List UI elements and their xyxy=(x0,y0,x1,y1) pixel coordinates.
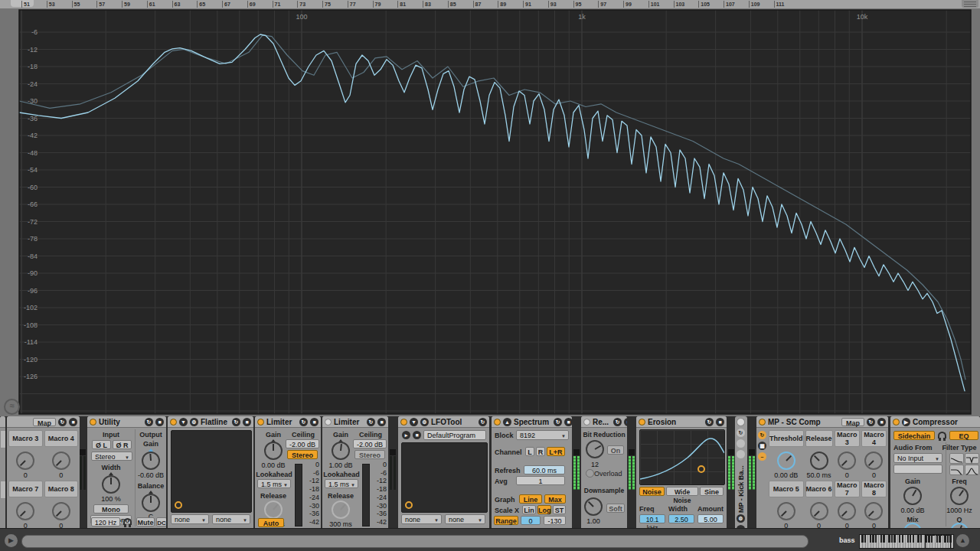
zoom-widget-icon[interactable] xyxy=(962,0,978,8)
save-preset-icon[interactable]: ■ xyxy=(716,418,724,426)
release-knob[interactable] xyxy=(264,500,283,519)
device-on-led[interactable] xyxy=(90,419,96,425)
mono-button[interactable]: Mono xyxy=(93,504,129,514)
freq-value[interactable]: 10.1 kHz xyxy=(639,514,665,523)
device-on-led[interactable] xyxy=(400,419,407,425)
edit-icon[interactable]: ⚙ xyxy=(420,418,429,426)
device-on-led[interactable] xyxy=(583,419,590,425)
sidechain-button[interactable]: Sidechain xyxy=(893,431,935,440)
hot-swap-icon[interactable]: ↻ xyxy=(299,418,308,426)
device-on-led[interactable] xyxy=(737,418,745,426)
channel-mode-dropdown[interactable]: Stereo xyxy=(91,452,132,461)
flatline-xy-pad[interactable] xyxy=(171,430,252,513)
macro-grid-icon[interactable]: ▦ xyxy=(758,442,766,450)
mode-wide-noise-button[interactable]: Wide Noise xyxy=(666,487,698,496)
fold-icon[interactable]: ▼ xyxy=(179,418,188,426)
load-program-icon[interactable]: ▸ xyxy=(402,431,410,439)
device-on-led[interactable] xyxy=(759,419,766,425)
edit-icon[interactable]: ⚙ xyxy=(737,514,745,523)
sc-gain-knob[interactable] xyxy=(903,487,922,505)
gain-knob[interactable] xyxy=(332,442,350,460)
macro-knob[interactable] xyxy=(777,502,795,520)
device-on-led[interactable] xyxy=(639,419,645,425)
filter-type-icon[interactable] xyxy=(965,453,979,464)
fold-icon[interactable]: ▼ xyxy=(410,418,418,426)
save-preset-icon[interactable]: ■ xyxy=(877,418,886,426)
stereo-mode-button[interactable]: Stereo xyxy=(287,450,318,459)
program-name-field[interactable]: DefaultProgram xyxy=(423,430,486,440)
gain-knob[interactable] xyxy=(264,442,283,460)
filter-type-icon[interactable] xyxy=(965,465,979,475)
avg-value[interactable]: 1 xyxy=(516,476,565,485)
range-high-value[interactable]: -130 xyxy=(544,516,566,525)
edit-icon[interactable]: ⚙ xyxy=(190,418,198,426)
device-on-led[interactable] xyxy=(494,419,501,425)
bit-reduction-knob[interactable] xyxy=(586,440,604,458)
range-button[interactable]: Range xyxy=(494,516,518,525)
headphone-icon[interactable] xyxy=(938,432,946,439)
hot-swap-icon[interactable]: ↻ xyxy=(58,418,67,426)
downsample-knob[interactable] xyxy=(584,497,603,516)
macro-knob[interactable] xyxy=(810,502,828,520)
macro-knob[interactable] xyxy=(838,452,856,470)
macro-knob[interactable] xyxy=(864,502,883,520)
device-on-led[interactable] xyxy=(257,419,264,425)
erosion-display[interactable] xyxy=(639,429,725,485)
save-preset-icon[interactable]: ■ xyxy=(69,418,77,426)
filter-type-icon[interactable] xyxy=(949,465,964,475)
mode-sine-button[interactable]: Sine xyxy=(700,487,724,496)
width-knob[interactable] xyxy=(102,475,120,494)
range-low-value[interactable]: 0 xyxy=(521,516,541,525)
save-program-icon[interactable]: ■ xyxy=(413,431,421,439)
flatline-param-dropdown-1[interactable]: none xyxy=(171,514,209,524)
scale-log-button[interactable]: Log xyxy=(537,505,551,514)
hot-swap-icon[interactable]: ↻ xyxy=(554,418,562,426)
fold-icon[interactable] xyxy=(737,439,745,448)
lookahead-dropdown[interactable]: 1.5 ms xyxy=(257,479,291,488)
lfotool-param-dropdown-2[interactable]: none xyxy=(445,514,485,524)
amount-value[interactable]: 5.00 xyxy=(697,514,724,523)
map-mode-button[interactable]: Map xyxy=(33,418,56,426)
hot-swap-icon[interactable]: ↻ xyxy=(705,418,714,426)
macro-variation-icon[interactable]: ↻ xyxy=(758,431,766,439)
release-knob[interactable] xyxy=(332,500,350,519)
channel-lr-button[interactable]: L+R xyxy=(547,447,565,456)
soft-button[interactable]: Soft xyxy=(606,504,625,513)
lookahead-dropdown[interactable]: 1.5 ms xyxy=(325,479,358,488)
hot-swap-icon[interactable]: ↻ xyxy=(737,429,745,437)
sidechain-expand-icon[interactable]: ▶ xyxy=(902,418,910,426)
graph-max-button[interactable]: Max xyxy=(544,494,566,504)
balance-knob[interactable] xyxy=(142,494,160,512)
spectrum-fold-button[interactable]: ≈ xyxy=(4,399,20,415)
macro-knob[interactable] xyxy=(16,452,34,470)
macro-icon[interactable] xyxy=(737,450,745,458)
macro-knob[interactable] xyxy=(52,502,70,520)
map-mode-button[interactable]: Map xyxy=(841,418,864,426)
ceiling-value[interactable]: -2.00 dB xyxy=(286,439,319,448)
device-on-led[interactable] xyxy=(170,419,177,425)
device-on-led[interactable] xyxy=(893,419,900,425)
hot-swap-icon[interactable]: ↻ xyxy=(145,418,153,426)
channel-l-button[interactable]: L xyxy=(525,447,534,456)
headphone-icon[interactable] xyxy=(123,518,132,525)
save-preset-icon[interactable]: ■ xyxy=(155,418,164,426)
macro-knob[interactable] xyxy=(864,452,883,470)
mode-noise-button[interactable]: Noise xyxy=(639,487,665,496)
flatline-param-dropdown-2[interactable]: none xyxy=(212,514,250,524)
phase-left-button[interactable]: Ø L xyxy=(92,440,111,449)
fold-up-button[interactable]: ▲ xyxy=(956,534,969,547)
phase-right-button[interactable]: Ø R xyxy=(113,440,132,449)
scroll-left-button[interactable]: ▶ xyxy=(5,534,18,547)
gain-knob[interactable] xyxy=(142,452,160,470)
macro-knob[interactable] xyxy=(838,502,856,520)
device-chain-scrollbar[interactable] xyxy=(21,535,808,548)
audio-from-channel-box[interactable] xyxy=(893,465,942,474)
macro-knob[interactable] xyxy=(52,452,70,470)
device-on-led[interactable] xyxy=(325,419,332,425)
graph-line-button[interactable]: Line xyxy=(519,494,542,504)
refresh-value[interactable]: 60.0 ms xyxy=(524,465,565,474)
macro-knob[interactable] xyxy=(777,452,795,470)
width-value[interactable]: 2.50 xyxy=(668,514,694,523)
hot-swap-icon[interactable]: ↻ xyxy=(479,418,487,426)
scale-lin-button[interactable]: Lin xyxy=(522,505,536,514)
